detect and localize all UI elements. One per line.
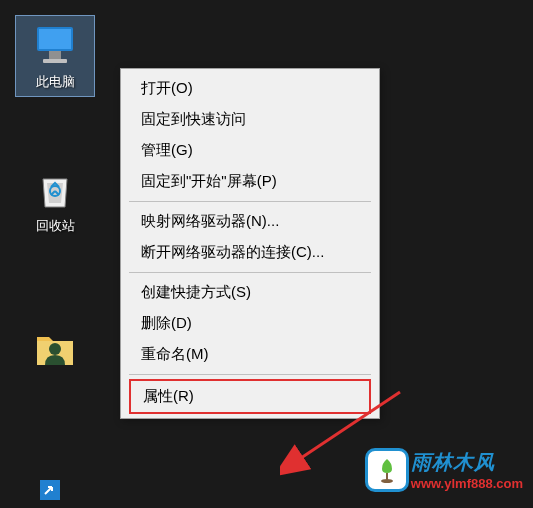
recycle-bin-icon (31, 165, 79, 213)
menu-separator (129, 272, 371, 273)
svg-rect-2 (49, 51, 61, 59)
menu-item-disconnect-drive[interactable]: 断开网络驱动器的连接(C)... (121, 237, 379, 268)
watermark-title: 雨林木风 (411, 449, 523, 476)
watermark-url: www.ylmf888.com (411, 476, 523, 491)
svg-point-5 (49, 343, 61, 355)
menu-item-pin-start[interactable]: 固定到"开始"屏幕(P) (121, 166, 379, 197)
svg-point-9 (381, 479, 393, 483)
context-menu: 打开(O) 固定到快速访问 管理(G) 固定到"开始"屏幕(P) 映射网络驱动器… (120, 68, 380, 419)
folder-user-icon (31, 325, 79, 373)
menu-item-open[interactable]: 打开(O) (121, 73, 379, 104)
desktop-icon-folder[interactable] (15, 320, 95, 382)
desktop-icon-recycle-bin[interactable]: 回收站 (15, 160, 95, 240)
menu-item-rename[interactable]: 重命名(M) (121, 339, 379, 370)
menu-item-delete[interactable]: 删除(D) (121, 308, 379, 339)
menu-separator (129, 201, 371, 202)
desktop-icon-this-pc[interactable]: 此电脑 (15, 15, 95, 97)
menu-item-manage[interactable]: 管理(G) (121, 135, 379, 166)
watermark-logo-icon (365, 448, 409, 492)
menu-item-map-drive[interactable]: 映射网络驱动器(N)... (121, 206, 379, 237)
watermark: 雨林木风 www.ylmf888.com (365, 448, 523, 492)
menu-item-pin-quick-access[interactable]: 固定到快速访问 (121, 104, 379, 135)
icon-label: 此电脑 (36, 73, 75, 91)
icon-label: 回收站 (36, 217, 75, 235)
computer-icon (31, 21, 79, 69)
menu-item-create-shortcut[interactable]: 创建快捷方式(S) (121, 277, 379, 308)
svg-rect-3 (43, 59, 67, 63)
svg-rect-1 (39, 29, 71, 49)
shortcut-overlay-icon (40, 480, 60, 500)
menu-item-properties[interactable]: 属性(R) (129, 379, 371, 414)
menu-separator (129, 374, 371, 375)
